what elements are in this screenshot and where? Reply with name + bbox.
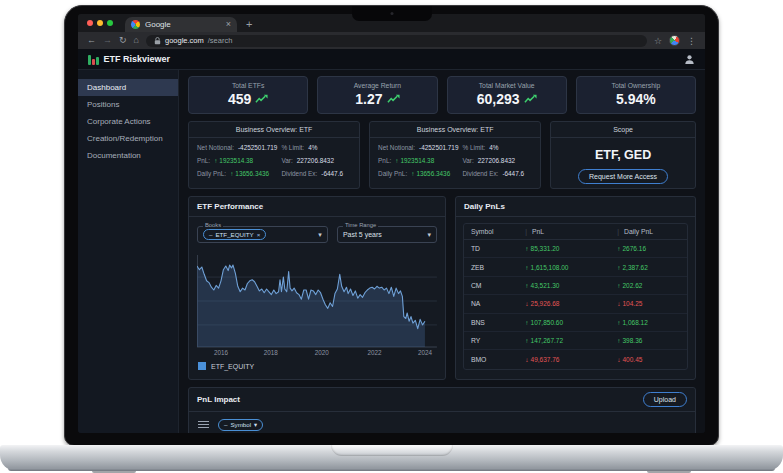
direction-arrow-icon: ↑ <box>411 170 414 177</box>
column-symbol: Symbol <box>471 228 525 235</box>
pnl-cell: ↑1,615,108.00 <box>525 264 617 271</box>
metric-row: % Limit: 4% <box>462 144 532 151</box>
google-favicon-icon <box>131 20 140 29</box>
business-row: Business Overview: ETF Net Notional: -42… <box>188 121 696 189</box>
browser-menu-icon[interactable]: ⋮ <box>687 36 696 46</box>
laptop-lid-scoop <box>331 445 453 456</box>
symbol-cell: CM <box>471 282 525 289</box>
metric-value: -4252501.719 <box>419 144 458 151</box>
sidebar-item-dashboard[interactable]: Dashboard <box>78 79 178 96</box>
table-row[interactable]: NA ↓25,926.68 ↓104.25 <box>464 295 687 313</box>
metric-value: 4% <box>308 144 317 151</box>
table-row[interactable]: ZEB ↑1,615,108.00 ↑2,387.62 <box>464 258 687 276</box>
x-tick-2018: 2018 <box>264 349 278 356</box>
app-logo-icon <box>88 54 99 65</box>
daily-pnl-cell: ↑398.36 <box>617 337 680 344</box>
direction-arrow-icon: ↓ <box>617 356 620 363</box>
chart-legend: ETF_EQUITY <box>197 362 437 370</box>
url-domain: google.com <box>165 36 204 45</box>
direction-arrow-icon: ↑ <box>617 337 620 344</box>
request-more-access-button[interactable]: Request More Access <box>578 169 668 184</box>
close-tab-icon[interactable]: × <box>226 20 231 29</box>
stat-label: Total Market Value <box>451 82 563 89</box>
metric-row: Var: 227206.8432 <box>462 157 532 164</box>
direction-arrow-icon: ↓ <box>525 356 528 363</box>
sidebar-item-positions[interactable]: Positions <box>78 96 178 113</box>
symbol-chip-label: Symbol <box>230 421 251 428</box>
back-icon[interactable]: ← <box>87 36 96 45</box>
time-range-value: Past 5 years <box>343 231 382 238</box>
direction-arrow-icon: ↑ <box>617 264 620 271</box>
profile-avatar[interactable] <box>669 35 680 46</box>
url-path: /search <box>208 36 233 45</box>
trend-up-icon <box>524 94 537 104</box>
table-header: Symbol PnL Daily PnL <box>464 224 687 240</box>
metric-row: PnL: ↑ 1923514.38 <box>197 157 277 164</box>
table-row[interactable]: RY ↑147,267.72 ↑398.36 <box>464 332 687 350</box>
column-pnl: PnL <box>525 228 617 235</box>
direction-arrow-icon: ↑ <box>525 319 528 326</box>
metric-label: PnL: <box>378 157 391 164</box>
metric-label: Net Notional: <box>378 144 415 151</box>
laptop-foot <box>92 469 136 473</box>
upload-button[interactable]: Upload <box>643 392 687 407</box>
table-row[interactable]: BNS ↑107,850.60 ↑1,068.12 <box>464 314 687 332</box>
browser-window: Google × + ← → ↻ ⌂ google.com /search <box>78 14 705 433</box>
books-label: Books <box>203 223 223 229</box>
user-icon[interactable] <box>684 54 695 65</box>
metric-label: Var: <box>281 157 292 164</box>
scope-title: Scope <box>551 122 695 138</box>
time-range-select[interactable]: Time Range Past 5 years ▾ <box>337 226 437 243</box>
laptop-mockup: Google × + ← → ↻ ⌂ google.com /search <box>0 0 783 473</box>
reload-icon[interactable]: ↻ <box>119 36 127 45</box>
metric-value: 227206.8432 <box>297 157 334 164</box>
maximize-window-icon[interactable] <box>107 20 113 26</box>
metric-value: -6447.6 <box>321 170 343 177</box>
filter-menu-icon[interactable] <box>198 421 209 428</box>
metric-value: -4252501.719 <box>238 144 277 151</box>
chevron-down-icon: ▾ <box>318 231 322 238</box>
metric-label: Dividend Ex: <box>281 170 317 177</box>
new-tab-button[interactable]: + <box>246 17 252 32</box>
symbol-cell: BMO <box>471 356 525 363</box>
sidebar: DashboardPositionsCorporate ActionsCreat… <box>78 70 179 433</box>
stat-value: 5.94% <box>616 92 656 106</box>
symbol-cell: TD <box>471 245 525 252</box>
x-tick-2024: 2024 <box>418 349 432 356</box>
stat-card-total-market-value: Total Market Value 60,293 <box>447 76 567 114</box>
forward-icon[interactable]: → <box>103 36 112 45</box>
books-chip-label: ETF_EQUITY <box>215 231 253 238</box>
stats-row: Total ETFs 459 Average Return 1.27 Total… <box>188 76 696 114</box>
direction-arrow-icon: ↑ <box>525 245 528 252</box>
legend-swatch <box>198 362 206 370</box>
app-title: ETF Riskviewer <box>104 54 171 64</box>
trend-up-icon <box>387 94 400 104</box>
daily-pnls-table: Symbol PnL Daily PnL TD ↑85,331.20 ↑2676… <box>463 223 688 370</box>
pnl-cell: ↓25,926.68 <box>525 300 617 307</box>
laptop-base <box>0 445 783 471</box>
address-bar[interactable]: google.com /search <box>146 35 647 47</box>
minimize-window-icon[interactable] <box>97 20 103 26</box>
metric-value: ↑ 1923514.38 <box>214 157 253 164</box>
symbol-filter-chip[interactable]: – Symbol ▾ <box>218 419 263 430</box>
table-row[interactable]: TD ↑85,331.20 ↑2676.16 <box>464 240 687 258</box>
home-icon[interactable]: ⌂ <box>134 36 139 45</box>
chip-remove-icon[interactable]: × <box>257 231 261 238</box>
bookmark-star-icon[interactable]: ☆ <box>654 36 662 46</box>
browser-tab[interactable]: Google × <box>125 17 237 32</box>
sidebar-item-documentation[interactable]: Documentation <box>78 147 178 164</box>
sidebar-item-corporate-actions[interactable]: Corporate Actions <box>78 113 178 130</box>
chevron-down-icon: ▾ <box>427 231 431 238</box>
close-window-icon[interactable] <box>87 20 93 26</box>
metric-value: ↑ 13656.3436 <box>230 170 269 177</box>
books-select[interactable]: Books – ETF_EQUITY × ▾ <box>197 226 328 243</box>
chip-dash-icon: – <box>209 231 212 238</box>
x-tick-2022: 2022 <box>368 349 382 356</box>
pnl-impact-title: PnL Impact <box>197 395 240 404</box>
books-chip[interactable]: – ETF_EQUITY × <box>203 229 266 240</box>
stat-value: 459 <box>228 92 251 106</box>
business-overview-card: Business Overview: ETF Net Notional: -42… <box>369 121 541 189</box>
table-row[interactable]: BMO ↓49,637.76 ↓400.45 <box>464 350 687 368</box>
table-row[interactable]: CM ↑43,521.30 ↑202.62 <box>464 277 687 295</box>
sidebar-item-creation-redemption[interactable]: Creation/Redemption <box>78 130 178 147</box>
